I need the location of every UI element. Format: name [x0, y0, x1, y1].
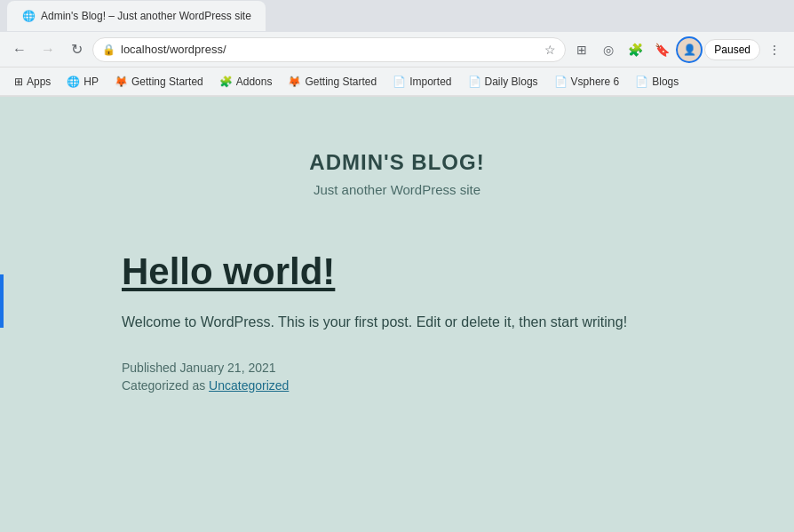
lock-icon: 🔒 — [102, 44, 115, 56]
apps-icon: ⊞ — [14, 75, 23, 88]
imported-icon: 📄 — [393, 75, 406, 88]
puzzle-icon[interactable]: 🧩 — [623, 37, 647, 62]
paused-button[interactable]: Paused — [704, 39, 760, 60]
tab-favicon: 🌐 — [21, 9, 36, 23]
bookmark-daily-blogs-label: Daily Blogs — [485, 75, 538, 88]
reload-button[interactable]: ↻ — [64, 37, 89, 62]
hp-icon: 🌐 — [67, 75, 80, 88]
tab-bar: 🌐 Admin's Blog! – Just another WordPress… — [0, 0, 794, 32]
paused-label: Paused — [714, 44, 750, 56]
bookmark-blogs-label: Blogs — [652, 75, 679, 88]
bookmark-daily-blogs[interactable]: 📄 Daily Blogs — [461, 72, 545, 91]
tab-title: Admin's Blog! – Just another WordPress s… — [41, 10, 251, 22]
category-link[interactable]: Uncategorized — [209, 378, 289, 393]
bookmark-addons[interactable]: 🧩 Addons — [212, 72, 280, 91]
forward-button[interactable]: → — [36, 37, 60, 62]
post-title[interactable]: Hello world! — [122, 250, 672, 293]
bookmark-getting-started-1[interactable]: 🦊 Getting Started — [107, 72, 210, 91]
site-header: ADMIN'S BLOG! Just another WordPress sit… — [0, 97, 794, 233]
bookmark-vsphere[interactable]: 📄 Vsphere 6 — [547, 72, 627, 91]
extensions-icon[interactable]: ⊞ — [569, 37, 594, 62]
firefox-icon-2: 🦊 — [288, 75, 301, 88]
bookmark-icon[interactable]: 🔖 — [649, 37, 674, 62]
bookmarks-bar: ⊞ Apps 🌐 HP 🦊 Getting Started 🧩 Addons 🦊… — [0, 67, 794, 96]
bookmark-apps-label: Apps — [27, 75, 51, 88]
webpage-content: ADMIN'S BLOG! Just another WordPress sit… — [0, 97, 794, 532]
firefox-icon-1: 🦊 — [115, 75, 128, 88]
site-tagline: Just another WordPress site — [18, 182, 776, 197]
bookmark-hp[interactable]: 🌐 HP — [60, 72, 106, 91]
bookmark-addons-label: Addons — [236, 75, 273, 88]
menu-icon[interactable]: ⋮ — [762, 37, 787, 62]
bookmark-blogs[interactable]: 📄 Blogs — [628, 72, 686, 91]
bookmark-hp-label: HP — [83, 75, 99, 88]
bookmark-gs1-label: Getting Started — [131, 75, 203, 88]
nav-bar: ← → ↻ 🔒 localhost/wordpress/ ☆ ⊞ ◎ 🧩 🔖 👤… — [0, 32, 794, 67]
post-published-line: Published January 21, 2021 — [122, 361, 672, 375]
bookmark-star-icon[interactable]: ☆ — [544, 43, 556, 57]
blogs-icon: 📄 — [635, 75, 648, 88]
url-text: localhost/wordpress/ — [121, 43, 539, 56]
post-meta: Published January 21, 2021 Categorized a… — [122, 361, 672, 393]
vsphere-icon: 📄 — [554, 75, 568, 88]
profile-circle-icon[interactable]: ◎ — [596, 37, 621, 62]
profile-avatar[interactable]: 👤 — [676, 36, 703, 63]
site-title: ADMIN'S BLOG! — [18, 150, 776, 175]
bookmark-imported-label: Imported — [409, 75, 451, 88]
browser-chrome: 🌐 Admin's Blog! – Just another WordPress… — [0, 0, 794, 97]
bookmark-gs2-label: Getting Started — [305, 75, 377, 88]
bookmark-getting-started-2[interactable]: 🦊 Getting Started — [281, 72, 384, 91]
daily-blogs-icon: 📄 — [468, 75, 481, 88]
bookmark-imported[interactable]: 📄 Imported — [385, 72, 458, 91]
active-tab[interactable]: 🌐 Admin's Blog! – Just another WordPress… — [7, 1, 266, 31]
back-button[interactable]: ← — [7, 37, 32, 62]
nav-icons-right: ⊞ ◎ 🧩 🔖 👤 Paused ⋮ — [569, 36, 787, 63]
post-body: Welcome to WordPress. This is your first… — [122, 311, 672, 334]
post-category-line: Categorized as Uncategorized — [122, 378, 672, 393]
address-bar[interactable]: 🔒 localhost/wordpress/ ☆ — [92, 37, 566, 62]
addons-icon: 🧩 — [219, 75, 233, 88]
bookmark-apps[interactable]: ⊞ Apps — [7, 72, 58, 91]
blue-accent-bar — [0, 274, 4, 328]
bookmark-vsphere-label: Vsphere 6 — [571, 75, 620, 88]
content-area: Hello world! Welcome to WordPress. This … — [86, 233, 708, 432]
